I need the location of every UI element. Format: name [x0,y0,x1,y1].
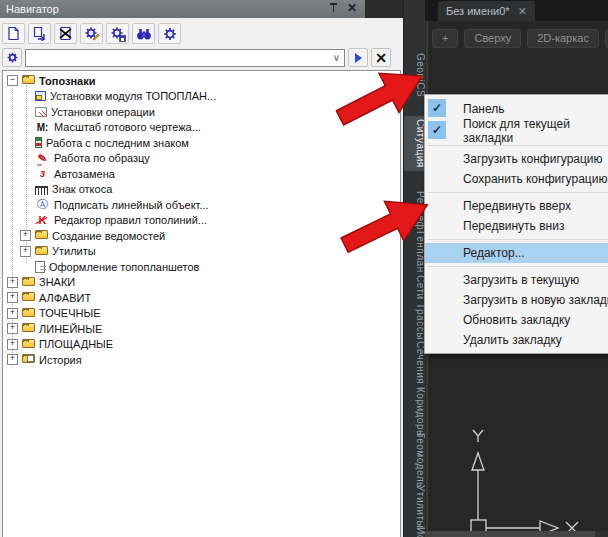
viewport-bottom-edge [425,531,595,537]
side-tab-7[interactable]: Сечения [404,338,426,387]
tree-item-label: ЗНАКИ [39,276,75,288]
options-button[interactable] [158,23,181,44]
search-button[interactable] [132,23,155,44]
menu-item-label: Редактор... [463,246,525,260]
scale-m-icon: M: [35,121,50,134]
menu-item-label: Загрузить конфигурацию [463,152,603,166]
tree-item-label: Оформление топопланшетов [49,261,199,273]
view-direction-button[interactable]: Сверху [464,29,521,48]
menu-item-label: Сохранить конфигурацию [463,172,607,186]
side-tab-2[interactable]: Ситуация [404,116,426,171]
go-arrow-icon [355,53,362,63]
close-panel-icon[interactable]: ✕ [347,2,357,14]
document-tabbar: Без имени0* ✕ [425,0,608,21]
menu-item[interactable]: Передвинуть вверх [425,196,608,216]
ucs-axes-icon [440,425,600,537]
menu-item-label: Обновить закладку [463,313,570,327]
tree-item-label: Топознаки [39,75,95,87]
viewport-menu-button[interactable]: + [432,29,458,48]
menu-item[interactable]: Обновить закладку [425,310,608,330]
gear-pencil-icon [84,26,100,42]
collapse-box-icon[interactable]: − [7,75,18,86]
operation-icon [35,107,47,117]
folder-open-icon [22,75,35,84]
expand-box-icon[interactable]: + [20,230,31,241]
search-combobox[interactable]: ∨ [25,49,345,67]
menu-item[interactable]: Передвинуть вниз [425,216,608,236]
tree-item-label: Установки операции [51,106,155,118]
menu-item[interactable]: Сохранить конфигурацию [425,169,608,189]
document-tab-label: Без имени0* [446,5,510,17]
tree-item-label: Редактор правил тополиний... [54,214,207,226]
tree-item[interactable]: +ЛИНЕЙНЫЕ [3,321,400,337]
tree-item[interactable]: Работа с последним знаком [3,135,400,151]
tree-item[interactable]: ✎Работа по образцу [3,151,400,167]
expand-box-icon[interactable]: + [7,277,18,288]
tree-item[interactable]: Оформление топопланшетов [3,259,400,275]
tree-item[interactable]: +ПЛОЩАДНЫЕ [3,337,400,353]
navigator-titlebar[interactable]: Навигатор ✕ [0,0,365,18]
tree-item[interactable]: +ЗНАКИ [3,275,400,291]
tree-item[interactable]: +АЛФАВИТ [3,290,400,306]
tree-item-label: Работа по образцу [54,152,150,164]
menu-item[interactable]: Удалить закладку [425,330,608,350]
menu-item[interactable]: Редактор... [425,243,608,263]
tree-item[interactable]: +ТОЧЕЧНЫЕ [3,306,400,322]
folder-icon [35,230,48,239]
go-button[interactable] [348,48,368,67]
tree-item[interactable]: +Утилиты [3,244,400,260]
menu-item[interactable]: Загрузить в текущую [425,270,608,290]
clear-x-icon: ✕ [375,51,387,65]
tree-item-label: Утилиты [52,245,96,257]
menu-item[interactable]: ✓Поиск для текущей закладки [425,120,608,142]
close-tab-icon[interactable]: ✕ [518,5,527,18]
menu-separator [427,266,608,267]
expand-box-icon[interactable]: + [7,339,18,350]
auto-replace-icon: з [35,167,50,180]
menu-item-label: Передвинуть вверх [463,199,571,213]
expand-box-icon[interactable]: + [7,308,18,319]
navigator-search-row: ∨ ✕ [2,48,391,67]
module-icon [35,91,46,101]
tree-item-label: Знак откоса [52,183,112,195]
expand-box-icon[interactable]: + [7,354,18,365]
menu-separator [427,192,608,193]
open-copy-button[interactable] [28,23,51,44]
delete-button[interactable] [54,23,77,44]
tree-item[interactable]: +История [3,352,400,368]
chevron-down-icon[interactable]: ∨ [333,52,340,63]
expand-box-icon[interactable]: + [7,292,18,303]
menu-item-label: Загрузить в текущую [463,273,579,287]
gear-save-icon [110,26,126,42]
expand-box-icon[interactable]: + [7,323,18,334]
side-tab-5[interactable]: Сети [404,272,426,303]
menu-item[interactable]: Загрузить в новую закладку [425,290,608,310]
document-tab[interactable]: Без имени0* ✕ [438,1,535,21]
menu-item[interactable]: Загрузить конфигурацию [425,149,608,169]
filter-gear-button[interactable] [2,48,22,67]
visual-style-button[interactable]: 2D-каркас [527,29,599,48]
menu-separator [427,145,608,146]
tree-item[interactable]: зАвтозамена [3,166,400,182]
sheet-icon [35,261,45,273]
side-tab-11[interactable]: История [404,524,426,537]
expand-box-icon[interactable]: + [20,246,31,257]
tree-item-label: ТОЧЕЧНЫЕ [39,307,101,319]
last-sign-icon [35,137,42,148]
viewport-controls: + Сверху 2D-каркас --- нет св [432,29,608,48]
settings-edit-button[interactable] [80,23,103,44]
tree-item[interactable]: −Топознаки [3,73,400,89]
tree-item-label: Масштаб готового чертежа... [54,121,201,133]
menu-item-label: Удалить закладку [463,333,562,347]
side-tab-6[interactable]: Трассы [404,300,426,343]
tree-item[interactable]: ⒶПодписать линейный объект... [3,197,400,213]
folder-icon [22,292,35,301]
auto-hide-pin-icon[interactable] [329,2,338,14]
tree-item-label: АЛФАВИТ [39,292,91,304]
context-menu: ✓Панель✓Поиск для текущей закладкиЗагруз… [424,94,608,354]
new-document-button[interactable] [2,23,25,44]
menu-item-label: Поиск для текущей закладки [463,117,608,145]
settings-save-button[interactable] [106,23,129,44]
tree-item[interactable]: Знак откоса [3,182,400,198]
titlebar-filler [365,0,403,18]
